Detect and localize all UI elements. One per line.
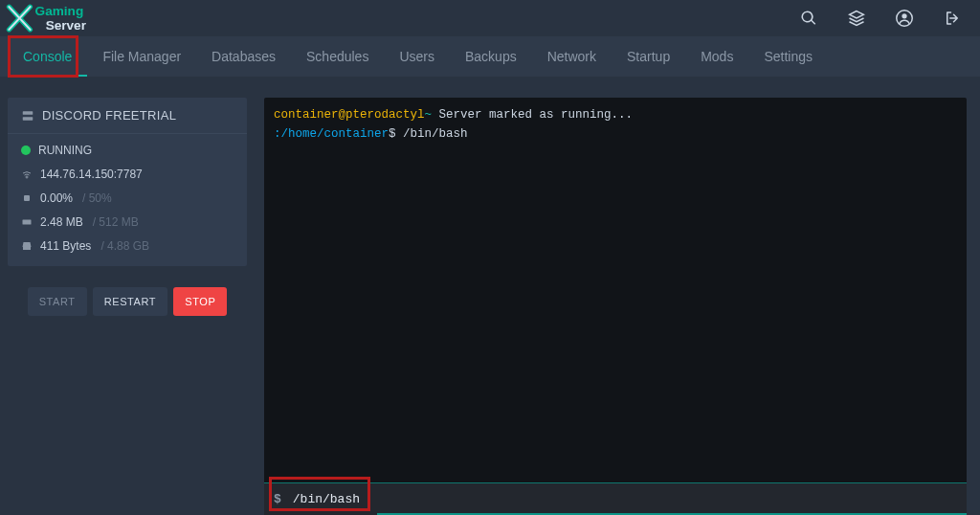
disk-used: 411 Bytes xyxy=(40,239,91,253)
search-icon[interactable] xyxy=(800,10,817,27)
tab-startup[interactable]: Startup xyxy=(612,36,685,77)
sidebar: DISCORD FREETRIAL RUNNING 144.76.14.150:… xyxy=(8,98,247,515)
hdd-icon xyxy=(21,240,33,252)
stat-cpu: 0.00% / 50% xyxy=(21,191,234,205)
term-userhost: container@pterodactyl xyxy=(274,108,425,122)
tab-label: Settings xyxy=(764,49,813,64)
start-button[interactable]: START xyxy=(28,287,87,316)
tab-label: Startup xyxy=(627,49,670,64)
svg-rect-4 xyxy=(24,195,30,201)
header-icons xyxy=(800,10,961,27)
status-value: RUNNING xyxy=(38,144,92,157)
tab-label: Network xyxy=(547,49,596,64)
term-tilde: ~ xyxy=(425,108,433,122)
stat-status: RUNNING xyxy=(21,144,234,157)
ram-total: / 512 MB xyxy=(93,215,139,229)
address-value: 144.76.14.150:7787 xyxy=(40,168,143,181)
power-buttons: START RESTART STOP xyxy=(8,283,247,320)
tab-network[interactable]: Network xyxy=(532,36,612,77)
server-info-card: DISCORD FREETRIAL RUNNING 144.76.14.150:… xyxy=(8,98,247,266)
tab-file-manager[interactable]: File Manager xyxy=(87,36,196,77)
term-msg: Server marked as running... xyxy=(432,108,633,122)
svg-rect-5 xyxy=(23,220,32,225)
server-name-row: DISCORD FREETRIAL xyxy=(8,98,247,134)
terminal-output[interactable]: container@pterodactyl~ Server marked as … xyxy=(264,98,967,483)
command-input[interactable] xyxy=(291,491,957,507)
disk-total: / 4.88 GB xyxy=(100,239,149,253)
server-icon xyxy=(21,109,34,123)
tab-label: Users xyxy=(399,49,434,64)
tab-settings[interactable]: Settings xyxy=(748,36,828,77)
term-cmd: $ /bin/bash xyxy=(389,127,468,141)
logout-icon[interactable] xyxy=(944,10,961,27)
header: Gaming Server xyxy=(0,0,980,36)
server-name: DISCORD FREETRIAL xyxy=(42,108,176,123)
brand-top-text: Gaming xyxy=(35,4,84,18)
term-path: :/home/container xyxy=(274,127,389,141)
restart-button[interactable]: RESTART xyxy=(93,287,168,316)
memory-icon xyxy=(21,216,33,228)
tab-label: Backups xyxy=(465,49,517,64)
svg-rect-3 xyxy=(23,117,33,121)
command-input-row: $ xyxy=(264,483,967,515)
server-nav: Console File Manager Databases Schedules… xyxy=(0,36,980,77)
terminal-line: container@pterodactyl~ Server marked as … xyxy=(274,105,957,124)
tab-label: Console xyxy=(23,49,72,64)
wifi-icon xyxy=(21,168,33,180)
cpu-total: / 50% xyxy=(82,191,112,205)
stat-ram: 2.48 MB / 512 MB xyxy=(21,215,234,229)
status-dot-icon xyxy=(21,146,31,155)
ram-used: 2.48 MB xyxy=(40,215,83,229)
tab-schedules[interactable]: Schedules xyxy=(291,36,384,77)
stat-address: 144.76.14.150:7787 xyxy=(21,168,234,181)
tab-databases[interactable]: Databases xyxy=(196,36,291,77)
tab-label: Schedules xyxy=(306,49,368,64)
tab-backups[interactable]: Backups xyxy=(450,36,532,77)
svg-rect-2 xyxy=(23,111,33,115)
tab-label: File Manager xyxy=(102,49,181,64)
tab-console[interactable]: Console xyxy=(8,36,87,77)
brand-bottom-text: Server xyxy=(46,18,87,33)
main-content: DISCORD FREETRIAL RUNNING 144.76.14.150:… xyxy=(0,77,980,515)
tab-label: Mods xyxy=(701,49,733,64)
tab-label: Databases xyxy=(212,49,276,64)
account-icon[interactable] xyxy=(896,10,913,27)
svg-point-1 xyxy=(902,13,906,18)
tab-users[interactable]: Users xyxy=(384,36,450,77)
prompt-symbol: $ xyxy=(274,492,281,506)
tab-mods[interactable]: Mods xyxy=(685,36,748,77)
terminal-line: :/home/container$ /bin/bash xyxy=(274,124,957,144)
cpu-icon xyxy=(21,192,33,204)
console: container@pterodactyl~ Server marked as … xyxy=(264,98,967,515)
server-stats: RUNNING 144.76.14.150:7787 0.00% / 50% 2… xyxy=(8,134,247,266)
cpu-used: 0.00% xyxy=(40,191,73,205)
stat-disk: 411 Bytes / 4.88 GB xyxy=(21,239,234,253)
stop-button[interactable]: STOP xyxy=(173,287,227,316)
layers-icon[interactable] xyxy=(848,10,865,27)
brand-logo[interactable]: Gaming Server xyxy=(6,2,136,34)
